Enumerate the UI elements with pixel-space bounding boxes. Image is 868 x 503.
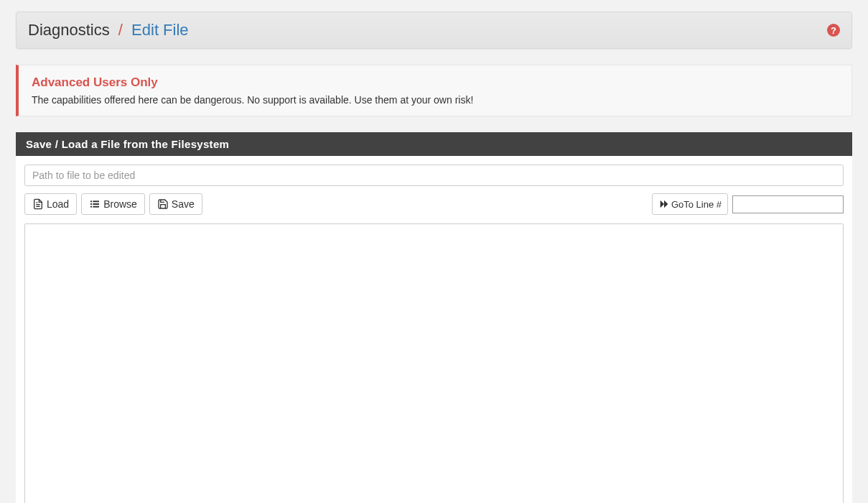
- alert-advanced-users: Advanced Users Only The capabilities off…: [16, 65, 852, 116]
- breadcrumb-header: Diagnostics / Edit File ?: [16, 11, 852, 49]
- svg-rect-4: [93, 200, 99, 202]
- breadcrumb-separator: /: [118, 21, 123, 39]
- svg-rect-5: [90, 203, 92, 205]
- goto-line-input[interactable]: [732, 195, 844, 213]
- svg-marker-9: [661, 200, 664, 208]
- alert-title: Advanced Users Only: [32, 75, 839, 90]
- save-button-label: Save: [172, 198, 195, 210]
- svg-rect-8: [93, 206, 99, 208]
- panel-body: Load Br: [16, 156, 852, 503]
- file-editor-area[interactable]: [24, 223, 844, 503]
- breadcrumb-parent: Diagnostics: [28, 21, 110, 39]
- toolbar-row: Load Br: [24, 193, 844, 215]
- save-button[interactable]: Save: [149, 193, 202, 215]
- load-button[interactable]: Load: [24, 193, 77, 215]
- goto-line-label: GoTo Line #: [671, 199, 722, 210]
- help-icon[interactable]: ?: [827, 24, 840, 37]
- browse-button-label: Browse: [103, 198, 137, 210]
- toolbar-left: Load Br: [24, 193, 202, 215]
- file-panel: Save / Load a File from the Filesystem: [16, 132, 852, 503]
- file-text-icon: [32, 198, 44, 210]
- svg-rect-3: [90, 200, 92, 202]
- svg-marker-10: [664, 200, 668, 208]
- breadcrumb: Diagnostics / Edit File: [28, 21, 189, 40]
- save-icon: [157, 198, 169, 210]
- breadcrumb-current[interactable]: Edit File: [131, 21, 188, 39]
- list-icon: [89, 198, 101, 210]
- forward-icon: [658, 198, 670, 210]
- svg-rect-7: [90, 206, 92, 208]
- file-path-input[interactable]: [24, 165, 844, 186]
- alert-body: The capabilities offered here can be dan…: [32, 94, 839, 106]
- toolbar-right: GoTo Line #: [652, 193, 844, 215]
- svg-rect-6: [93, 203, 99, 205]
- load-button-label: Load: [47, 198, 69, 210]
- panel-header: Save / Load a File from the Filesystem: [16, 132, 852, 156]
- browse-button[interactable]: Browse: [81, 193, 145, 215]
- goto-line-button[interactable]: GoTo Line #: [652, 193, 728, 215]
